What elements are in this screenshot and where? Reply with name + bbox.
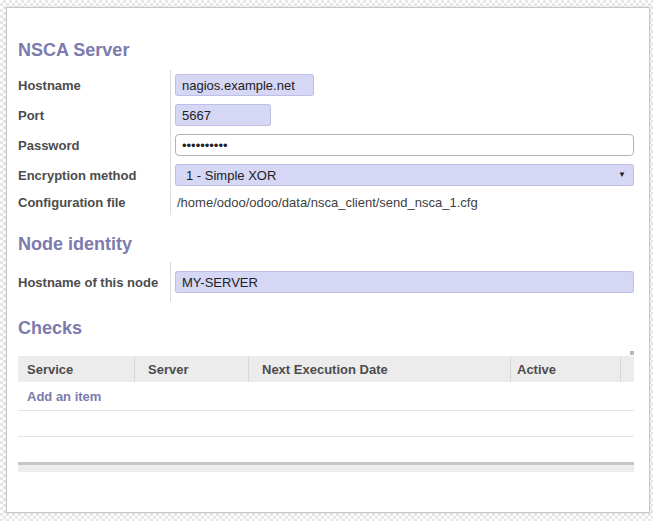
node-hostname-input[interactable]	[175, 271, 634, 293]
configuration-file-label: Configuration file	[18, 195, 170, 210]
field-row-password: Password	[18, 130, 634, 160]
encryption-method-select[interactable]: 1 - Simple XOR ▼	[175, 164, 634, 186]
field-row-port: Port	[18, 100, 634, 130]
add-item-row: Add an item	[18, 382, 634, 411]
form-panel: NSCA Server Hostname Port Password	[6, 7, 650, 513]
hostname-label: Hostname	[18, 78, 170, 93]
table-corner-handle	[630, 351, 634, 355]
encryption-method-selected-value: 1 - Simple XOR	[186, 168, 276, 183]
node-identity-fields: Hostname of this node	[18, 262, 634, 302]
field-row-hostname: Hostname	[18, 70, 634, 100]
horizontal-scrollbar[interactable]	[18, 462, 634, 472]
chevron-down-icon: ▼	[618, 171, 626, 179]
section-title-node-identity: Node identity	[18, 234, 634, 254]
field-row-encryption: Encryption method 1 - Simple XOR ▼	[18, 160, 634, 190]
hostname-input[interactable]	[175, 74, 314, 96]
column-header-active[interactable]: Active	[510, 356, 620, 382]
empty-table-row	[18, 411, 634, 437]
section-title-nsca-server: NSCA Server	[18, 40, 634, 60]
column-header-server[interactable]: Server	[134, 356, 248, 382]
configuration-file-value: /home/odoo/odoo/data/nsca_client/send_ns…	[175, 195, 478, 210]
port-label: Port	[18, 108, 170, 123]
encryption-method-label: Encryption method	[18, 168, 170, 183]
password-label: Password	[18, 138, 170, 153]
field-row-config-file: Configuration file /home/odoo/odoo/data/…	[18, 190, 634, 215]
column-header-spacer	[620, 356, 634, 382]
node-hostname-label: Hostname of this node	[18, 275, 170, 290]
field-row-node-hostname: Hostname of this node	[18, 262, 634, 302]
checks-table-header: Service Server Next Execution Date Activ…	[18, 356, 634, 382]
column-header-service[interactable]: Service	[18, 356, 134, 382]
section-title-checks: Checks	[18, 318, 634, 338]
nsca-server-fields: Hostname Port Password Encryption method	[18, 70, 634, 215]
column-header-next-execution-date[interactable]: Next Execution Date	[248, 356, 510, 382]
password-input[interactable]	[175, 134, 634, 156]
page-background: NSCA Server Hostname Port Password	[0, 0, 653, 521]
checks-list: Service Server Next Execution Date Activ…	[18, 356, 634, 472]
add-an-item-link[interactable]: Add an item	[27, 389, 101, 404]
port-input[interactable]	[175, 104, 271, 126]
